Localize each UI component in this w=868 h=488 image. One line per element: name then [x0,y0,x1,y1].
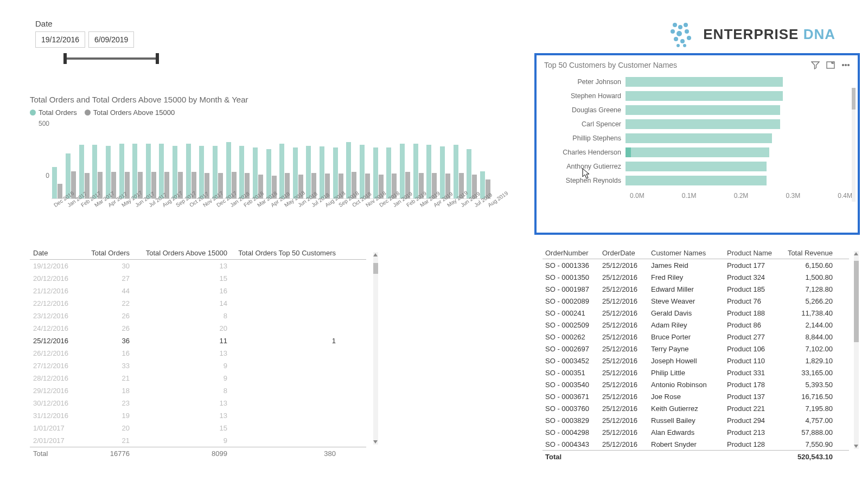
table-row[interactable]: 31/12/20161913 [30,409,366,422]
hbar-row[interactable]: Phillip Stephens [544,131,850,145]
table-row[interactable]: SO - 00035125/12/2016Philip LittleProduc… [542,367,849,378]
hbar[interactable] [626,133,772,143]
table-row[interactable]: 19/12/20163013 [30,260,366,272]
right-table-scrollbar[interactable] [854,251,859,449]
scroll-down-icon[interactable] [854,445,858,448]
bar-total-orders[interactable] [52,167,57,198]
hbar-track[interactable] [626,147,850,157]
date-slider-track[interactable] [65,57,157,60]
bar-total-orders[interactable] [400,144,405,198]
scroll-down-icon[interactable] [373,440,378,444]
bar-total-orders[interactable] [159,144,164,198]
top50-chart-plot[interactable]: Peter JohnsonStephen HowardDouglas Green… [544,75,850,188]
bar-total-orders[interactable] [266,149,271,198]
col-header[interactable]: Total Orders Above 15000 [133,247,231,259]
bar-group[interactable] [185,144,197,198]
hbar-row[interactable]: Stephen Reynolds [544,174,850,188]
table-row[interactable]: SO - 000429825/12/2016Alan EdwardsProduc… [542,426,849,438]
date-slider-handle-start[interactable] [63,53,67,64]
table-row[interactable]: 21/12/20164416 [30,285,366,297]
bar-total-orders[interactable] [386,147,391,198]
table-row[interactable]: 26/12/20161613 [30,347,366,359]
bar-group[interactable] [239,146,251,198]
orders-column-chart[interactable]: Total Orders and Total Orders Above 1500… [30,95,491,212]
left-table-scrollbar[interactable] [373,252,378,445]
hbar-track[interactable] [626,105,850,115]
table-row[interactable]: 23/12/2016268 [30,310,366,322]
bar-total-orders[interactable] [306,146,311,198]
date-start-input[interactable]: 19/12/2016 [35,31,85,48]
hbar-track[interactable] [626,77,850,87]
bar-total-orders[interactable] [413,144,418,198]
hbar-highlight[interactable] [626,147,631,157]
hbar[interactable] [626,91,783,101]
bar-total-orders[interactable] [346,142,351,198]
table-row[interactable]: SO - 000133625/12/2016James ReidProduct … [542,259,849,271]
table-row[interactable]: 2/01/2017219 [30,434,366,447]
table-row[interactable]: SO - 000382925/12/2016Russell BaileyProd… [542,414,849,426]
table-row[interactable]: SO - 000250925/12/2016Adam RileyProduct … [542,319,849,331]
hbar-track[interactable] [626,133,850,143]
col-header[interactable]: Product Name [724,247,781,259]
bar-total-orders[interactable] [213,146,218,198]
bar-total-orders[interactable] [426,145,431,198]
hbar-row[interactable]: Stephen Howard [544,89,850,103]
bar-total-orders[interactable] [119,144,124,198]
table-row[interactable]: 24/12/20162620 [30,322,366,335]
col-header[interactable]: Total Orders Top 50 Customers [231,247,339,259]
bar-total-orders[interactable] [253,147,258,198]
bar-total-orders[interactable] [226,142,231,198]
date-slicer[interactable]: Date 19/12/2016 6/09/2019 [35,19,157,60]
bar-group[interactable] [225,142,237,198]
bar-group[interactable] [199,146,210,198]
scrollbar-thumb[interactable] [373,263,378,274]
bar-group[interactable] [145,144,157,198]
bar-total-orders[interactable] [293,147,298,198]
bar-total-orders[interactable] [106,146,111,198]
table-row[interactable]: 27/12/2016339 [30,359,366,372]
bar-total-orders[interactable] [173,146,177,198]
bar-total-orders[interactable] [360,145,365,198]
scrollbar-thumb[interactable] [854,261,859,342]
table-row[interactable]: SO - 000208925/12/2016Steve WeaverProduc… [542,295,849,307]
table-row[interactable]: 20/12/20162715 [30,272,366,285]
bar-group[interactable] [412,144,424,198]
bar-total-orders[interactable] [132,144,137,198]
col-header[interactable]: OrderDate [599,247,648,259]
bar-group[interactable] [212,146,224,198]
bar-total-orders[interactable] [92,145,97,198]
table-row[interactable]: SO - 00026225/12/2016Bruce PorterProduct… [542,331,849,343]
bar-total-orders[interactable] [454,145,458,198]
hbar-row[interactable]: Peter Johnson [544,75,850,89]
bar-total-orders[interactable] [467,149,471,198]
bar-group[interactable] [52,167,63,198]
more-options-icon[interactable] [841,61,850,69]
table-row[interactable]: SO - 000198725/12/2016Edward MillerProdu… [542,283,849,295]
bar-total-orders[interactable] [373,147,378,198]
hbar[interactable] [626,105,780,115]
table-row[interactable]: SO - 000434325/12/2016Robert SnyderProdu… [542,438,849,450]
bar-group[interactable] [426,145,438,198]
table-row[interactable]: 25/12/201636111 [30,335,366,347]
top50-scrollbar-thumb[interactable] [852,88,856,110]
scroll-up-icon[interactable] [373,253,378,256]
bar-total-orders[interactable] [146,144,151,198]
table-row[interactable]: SO - 000367125/12/2016Joe RoseProduct 13… [542,390,849,402]
scroll-up-icon[interactable] [854,252,858,255]
hbar[interactable] [626,147,769,157]
hbar-row[interactable]: Carl Spencer [544,117,850,131]
hbar[interactable] [626,77,783,87]
order-detail-table[interactable]: OrderNumber OrderDate Customer Names Pro… [542,247,849,463]
table-row[interactable]: SO - 00024125/12/2016Gerald DavisProduct… [542,307,849,319]
date-end-input[interactable]: 6/09/2019 [88,31,134,48]
table-row[interactable]: SO - 000376025/12/2016Keith GutierrezPro… [542,402,849,414]
col-header[interactable]: Total Orders [79,247,133,259]
hbar[interactable] [626,176,767,185]
bar-total-orders[interactable] [333,147,338,198]
bar-total-orders[interactable] [239,146,244,198]
bar-total-orders[interactable] [199,146,204,198]
daily-orders-table[interactable]: Date Total Orders Total Orders Above 150… [30,247,366,460]
hbar-row[interactable]: Douglas Greene [544,103,850,117]
bar-total-orders[interactable] [440,146,445,198]
bar-group[interactable] [172,146,184,198]
